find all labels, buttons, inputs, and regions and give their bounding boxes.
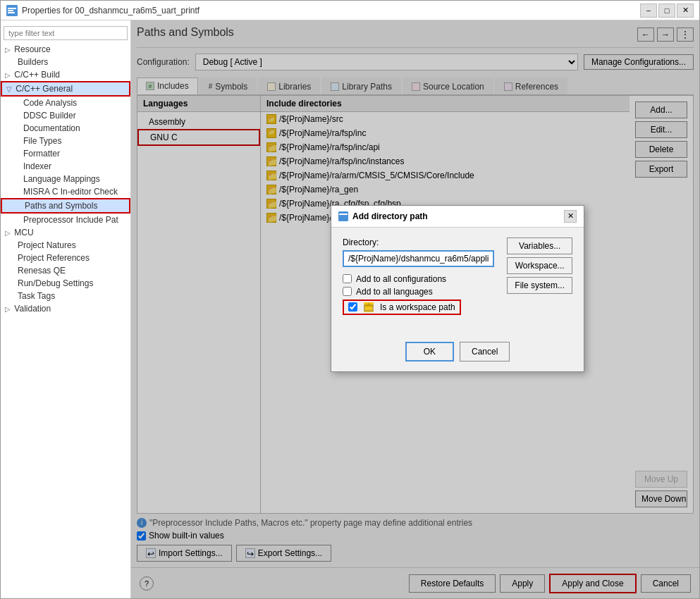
dialog-footer: OK Cancel [331,335,584,371]
filter-input[interactable] [4,26,128,40]
sidebar-item-codeanalysis[interactable]: Code Analysis [1,97,130,109]
sidebar-item-tasktags[interactable]: Task Tags [1,290,130,302]
sidebar-item-formatter[interactable]: Formatter [1,147,130,160]
maximize-button[interactable]: □ [658,4,675,18]
sidebar-item-validation[interactable]: ▷ Validation [1,302,130,315]
main-content: ▷ Resource Builders ▷ C/C++ Build ▽ C/C+… [1,20,699,598]
sidebar-item-cppgeneral[interactable]: ▽ C/C++ General [1,81,130,97]
sidebar-item-mcu[interactable]: ▷ MCU [1,226,130,239]
svg-rect-5 [339,214,348,215]
expand-icon-mcu: ▷ [5,229,12,237]
sidebar-item-projectrefs[interactable]: Project References [1,252,130,264]
add-to-all-langs-row: Add to all languages [343,287,494,297]
sidebar-item-builders[interactable]: Builders [1,56,130,68]
add-to-all-configs-row: Add to all configurations [343,274,494,284]
filesystem-button[interactable]: File system... [507,277,572,294]
dialog-close-button[interactable]: ✕ [564,210,577,223]
window-title: Properties for 00_dshanmcu_ra6m5_uart_pr… [22,6,199,16]
sidebar-item-projectnatures[interactable]: Project Natures [1,239,130,252]
sidebar-item-filetypes[interactable]: File Types [1,135,130,147]
variables-button[interactable]: Variables... [507,237,572,254]
sidebar-item-misra[interactable]: MISRA C In-editor Check [1,185,130,198]
directory-input[interactable] [343,250,494,267]
svg-rect-4 [338,211,348,221]
sidebar-item-rundebug[interactable]: Run/Debug Settings [1,277,130,290]
title-bar-left: Properties for 00_dshanmcu_ra6m5_uart_pr… [6,5,199,16]
dialog-cancel-button[interactable]: Cancel [460,342,510,362]
is-workspace-row: Is a workspace path [343,300,461,315]
expand-icon: ▷ [5,46,12,54]
dialog-titlebar: Add directory path ✕ [331,206,584,228]
dialog-checkboxes: Add to all configurations Add to all lan… [343,274,494,318]
dialog-right-buttons: Variables... Workspace... File system... [507,237,572,325]
workspace-icon [364,302,374,312]
app-icon [6,5,18,16]
sidebar-item-preprocessor[interactable]: Preprocessor Include Pat [1,214,130,226]
sidebar-item-ddsc[interactable]: DDSC Builder [1,109,130,122]
sidebar: ▷ Resource Builders ▷ C/C++ Build ▽ C/C+… [1,20,131,598]
sidebar-item-indexer[interactable]: Indexer [1,160,130,173]
add-to-all-langs-label: Add to all languages [356,287,433,297]
directory-label: Directory: [343,237,494,247]
title-controls: − □ ✕ [640,4,694,18]
expand-icon-val: ▷ [5,305,12,313]
svg-rect-1 [8,8,16,9]
dialog-title: Add directory path [338,211,428,221]
sidebar-item-paths[interactable]: Paths and Symbols [1,198,130,214]
dialog-main-area: Directory: Add to all configurations [343,237,572,325]
title-bar: Properties for 00_dshanmcu_ra6m5_uart_pr… [1,1,699,20]
add-to-all-langs-checkbox[interactable] [343,287,352,296]
dialog-ok-button[interactable]: OK [405,342,454,362]
is-workspace-label: Is a workspace path [380,302,455,312]
dialog-overlay: Add directory path ✕ Directory: [131,20,699,598]
dialog-left: Directory: Add to all configurations [343,237,494,325]
svg-rect-3 [8,12,15,13]
sidebar-item-documentation[interactable]: Documentation [1,122,130,135]
add-directory-dialog: Add directory path ✕ Directory: [331,205,584,372]
close-button[interactable]: ✕ [677,4,694,18]
minimize-button[interactable]: − [640,4,657,18]
sidebar-item-renesasqe[interactable]: Renesas QE [1,264,130,277]
add-to-all-configs-label: Add to all configurations [356,274,446,284]
sidebar-item-cppbuild[interactable]: ▷ C/C++ Build [1,68,130,81]
dialog-body: Directory: Add to all configurations [331,228,584,335]
sidebar-item-langmaps[interactable]: Language Mappings [1,173,130,185]
svg-rect-2 [8,10,13,11]
dialog-icon [338,211,348,221]
content-wrapper: Paths and Symbols ← → ⋮ Configuration: D… [131,20,699,598]
workspace-button[interactable]: Workspace... [507,257,572,274]
expand-icon-gen: ▽ [6,85,13,93]
expand-icon-cpp: ▷ [5,71,12,79]
sidebar-item-resource[interactable]: ▷ Resource [1,43,130,56]
add-to-all-configs-checkbox[interactable] [343,274,352,283]
main-window: Properties for 00_dshanmcu_ra6m5_uart_pr… [0,0,700,599]
is-workspace-checkbox[interactable] [348,302,357,311]
